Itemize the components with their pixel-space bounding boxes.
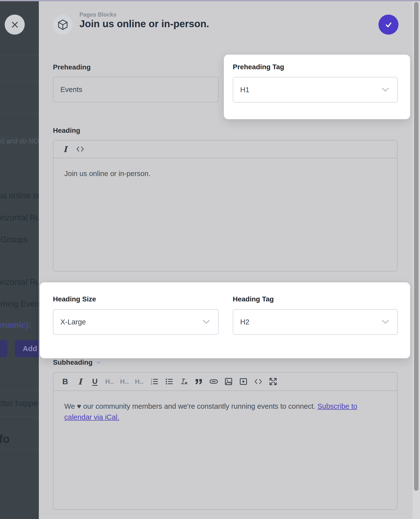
preheading-tag-value: H1 xyxy=(233,86,382,94)
blockquote-button[interactable] xyxy=(193,376,205,387)
preheading-tag-card: Preheading Tag H1 xyxy=(224,55,410,119)
bold-icon: B xyxy=(62,377,68,386)
divider xyxy=(0,82,39,82)
heading-editor-content[interactable]: Join us online or in-person. xyxy=(53,158,397,179)
italic-button[interactable]: I xyxy=(59,143,71,155)
preheading-tag-select[interactable]: H1 xyxy=(233,77,398,103)
chevron-down-icon xyxy=(203,320,210,324)
close-icon xyxy=(11,21,19,29)
sidebar-clipped-text: oming Events xyxy=(0,299,39,309)
divider xyxy=(0,390,39,391)
subheading-label: Subheading xyxy=(53,359,101,366)
svg-text:1: 1 xyxy=(151,378,152,381)
ordered-list-button[interactable]: 123 xyxy=(148,376,160,387)
italic-icon: I xyxy=(78,377,82,386)
subheading-label-text: Subheading xyxy=(53,359,93,366)
scrollbar-thumb[interactable] xyxy=(414,2,419,491)
confirm-button[interactable] xyxy=(378,15,398,35)
subheading-editor-toolbar: B I U H.. H.. H.. 123 xyxy=(53,373,397,391)
sidebar-clipped-text: ctus happen xyxy=(0,399,39,408)
block-icon-badge xyxy=(53,15,73,35)
sidebar-dynamic-row: ynamic):ev xyxy=(0,320,39,330)
bullet-list-icon xyxy=(165,378,173,385)
add-button[interactable]: Add xyxy=(15,340,39,357)
code-icon xyxy=(255,379,262,384)
svg-text:3: 3 xyxy=(151,383,152,385)
video-icon xyxy=(240,378,247,385)
sidebar-clipped-text: us online or i xyxy=(0,191,39,200)
heading-3-button[interactable]: H.. xyxy=(134,376,145,387)
collapse-caret-icon[interactable] xyxy=(96,361,101,364)
link-icon xyxy=(210,379,218,384)
heading-tag-select[interactable]: H2 xyxy=(233,309,398,335)
sidebar-clipped-text: orizontal Rule xyxy=(0,213,39,222)
divider xyxy=(0,449,39,450)
cube-icon xyxy=(57,19,69,30)
link-button[interactable] xyxy=(208,376,219,387)
code-button[interactable] xyxy=(252,376,264,387)
code-icon xyxy=(76,146,84,152)
heading-1-icon: H.. xyxy=(105,378,114,385)
divider xyxy=(0,114,39,114)
image-button[interactable] xyxy=(223,376,234,387)
heading-3-icon: H.. xyxy=(135,378,144,385)
fullscreen-button[interactable] xyxy=(267,376,279,387)
code-view-button[interactable] xyxy=(74,143,86,155)
heading-2-button[interactable]: H.. xyxy=(119,376,130,387)
close-button[interactable] xyxy=(5,15,25,35)
heading-size-value: X-Large xyxy=(53,318,203,326)
sidebar-section-heading: fo xyxy=(0,432,10,446)
subheading-text: We ♥ our community members and we're con… xyxy=(64,402,317,410)
fullscreen-expand-icon xyxy=(269,378,277,385)
heading-editor[interactable]: I Join us online or in-person. xyxy=(53,140,397,271)
svg-text:2: 2 xyxy=(151,381,152,383)
pages-blocks-editor: e) and do NOT us online or i orizontal R… xyxy=(0,0,420,519)
heading-editor-toolbar: I xyxy=(53,140,397,158)
chevron-down-icon xyxy=(382,88,389,92)
top-strip xyxy=(0,0,420,1)
divider xyxy=(0,416,39,417)
bullet-list-button[interactable] xyxy=(163,376,175,387)
preheading-label: Preheading xyxy=(53,63,91,71)
divider xyxy=(0,55,39,55)
subheading-editor[interactable]: B I U H.. H.. H.. 123 xyxy=(53,372,397,510)
ordered-list-icon: 123 xyxy=(151,378,158,385)
chevron-down-icon xyxy=(382,320,389,324)
dynamic-label: ynamic): xyxy=(0,320,31,329)
italic-icon: I xyxy=(63,144,67,154)
underline-button[interactable]: U xyxy=(89,376,101,387)
image-icon xyxy=(225,378,232,385)
preheading-input[interactable]: Events xyxy=(53,77,219,102)
clear-format-icon xyxy=(180,378,188,385)
preheading-tag-label: Preheading Tag xyxy=(233,63,284,71)
heading-options-card: Heading Size X-Large Heading Tag H2 xyxy=(40,282,410,358)
heading-2-icon: H.. xyxy=(120,378,129,385)
sidebar-clipped-text: orizontal Rule xyxy=(0,277,39,287)
underline-icon: U xyxy=(92,377,98,386)
heading-1-button[interactable]: H.. xyxy=(104,376,116,387)
blockquote-icon xyxy=(195,379,203,384)
heading-tag-value: H2 xyxy=(233,318,382,326)
bold-button[interactable]: B xyxy=(59,376,71,387)
subheading-editor-content[interactable]: We ♥ our community members and we're con… xyxy=(53,391,397,423)
heading-size-select[interactable]: X-Large xyxy=(53,309,219,335)
preheading-value: Events xyxy=(53,86,82,94)
heading-size-label: Heading Size xyxy=(53,295,96,303)
heading-label: Heading xyxy=(53,127,80,135)
check-icon xyxy=(384,20,393,29)
clear-format-button[interactable] xyxy=(178,376,190,387)
background-app-sidebar: e) and do NOT us online or i orizontal R… xyxy=(0,0,39,519)
sidebar-clipped-text: Groups xyxy=(0,235,27,244)
scrollbar-track[interactable] xyxy=(413,0,420,519)
heading-tag-label: Heading Tag xyxy=(233,295,274,303)
background-button-stub[interactable] xyxy=(0,340,7,357)
breadcrumb-kicker: Pages Blocks xyxy=(79,11,117,18)
page-title: Join us online or in-person. xyxy=(79,18,209,29)
sidebar-clipped-note: e) and do NOT xyxy=(0,137,39,145)
italic-button[interactable]: I xyxy=(74,376,86,387)
video-button[interactable] xyxy=(237,376,249,387)
